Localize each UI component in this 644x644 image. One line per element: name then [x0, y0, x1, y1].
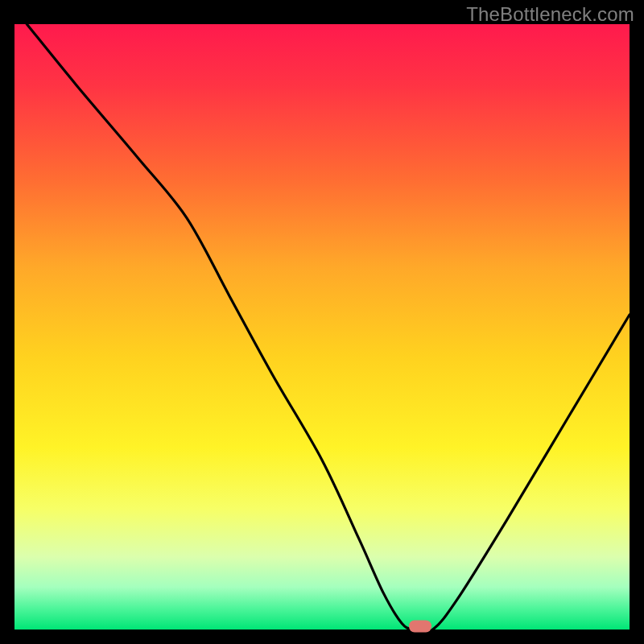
- optimal-point-marker: [409, 621, 431, 633]
- watermark-text: TheBottleneck.com: [466, 3, 634, 26]
- chart-frame: TheBottleneck.com: [0, 0, 644, 644]
- bottleneck-curve: [14, 24, 630, 630]
- plot-area: [14, 24, 630, 630]
